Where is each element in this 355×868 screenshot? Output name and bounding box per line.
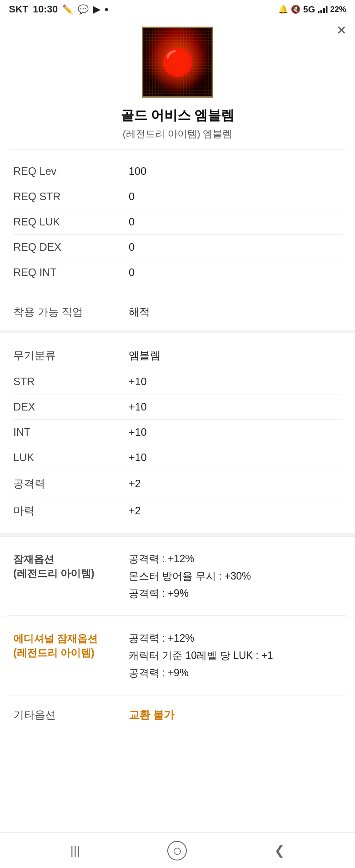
- weapon-stat-value: +2: [129, 505, 141, 517]
- weapon-stat-value: +10: [129, 401, 147, 413]
- additional-potential-sublabel: (레전드리 아이템): [13, 646, 129, 660]
- usable-job-value: 해적: [129, 305, 150, 319]
- potential-label-area: 잠재옵션 (레전드리 아이템): [13, 552, 129, 580]
- time-label: 10:30: [33, 4, 58, 15]
- req-value: 100: [129, 165, 146, 178]
- status-left: SKT 10:30 ✏️ 💬 ▶ ●: [9, 4, 109, 15]
- item-image: [142, 27, 213, 98]
- nav-back-icon[interactable]: ❮: [274, 843, 284, 858]
- potential-section: 잠재옵션 (레전드리 아이템) 공격력 : +12%몬스터 방어율 무시 : +…: [0, 537, 355, 615]
- alarm-icon: 🔔: [278, 4, 288, 14]
- req-value: 0: [129, 266, 134, 279]
- req-row: REQ DEX 0: [13, 235, 342, 260]
- item-image-container: [0, 18, 355, 102]
- item-subtitle: (레전드리 아이템) 엠블렘: [9, 127, 346, 141]
- potential-value-item: 몬스터 방어율 무시 : +30%: [129, 569, 251, 583]
- nav-menu-icon[interactable]: |||: [71, 844, 80, 858]
- weapon-stat-row: LUK +10: [13, 445, 342, 470]
- potential-sublabel: (레전드리 아이템): [13, 566, 129, 580]
- weapon-stat-label: 무기분류: [13, 348, 129, 363]
- item-pixel-art: [143, 28, 212, 96]
- nav-home-icon[interactable]: ○: [167, 841, 187, 860]
- potential-value-item: 공격력 : +9%: [129, 587, 251, 600]
- weapon-stat-row: 무기분류 엠블렘: [13, 342, 342, 369]
- nav-bar: ||| ○ ❮: [0, 832, 355, 868]
- req-label: REQ Lev: [13, 165, 129, 178]
- req-value: 0: [129, 216, 134, 228]
- req-label: REQ DEX: [13, 241, 129, 253]
- video-icon: ▶: [93, 4, 100, 15]
- additional-potential-section: 에디셔널 잠재옵션 (레전드리 아이템) 공격력 : +12%캐릭터 기준 10…: [0, 616, 355, 695]
- signal-bars: [318, 5, 327, 13]
- other-options-label: 기타옵션: [13, 708, 129, 722]
- req-value: 0: [129, 241, 134, 253]
- section-divider-2: [0, 533, 355, 537]
- req-value: 0: [129, 190, 134, 203]
- weapon-stat-row: INT +10: [13, 420, 342, 445]
- close-button[interactable]: ×: [337, 22, 346, 38]
- other-options-section: 기타옵션 교환 불가: [0, 695, 355, 734]
- battery-label: 22%: [330, 5, 346, 14]
- req-label: REQ INT: [13, 266, 129, 279]
- potential-value-item: 공격력 : +12%: [129, 552, 251, 566]
- section-divider-1: [0, 330, 355, 333]
- signal-label: 5G: [303, 4, 315, 15]
- weapon-stat-row: DEX +10: [13, 395, 342, 420]
- status-bar: SKT 10:30 ✏️ 💬 ▶ ● 🔔 🔇 5G 22%: [0, 0, 355, 18]
- usable-job-section: 착용 가능 직업 해적: [0, 294, 355, 330]
- weapon-stat-label: DEX: [13, 401, 129, 413]
- mute-icon: 🔇: [291, 4, 300, 14]
- req-label: REQ STR: [13, 190, 129, 203]
- req-row: REQ LUK 0: [13, 209, 342, 235]
- weapon-stat-row: 마력 +2: [13, 497, 342, 524]
- req-row: REQ STR 0: [13, 184, 342, 209]
- other-options-value: 교환 불가: [129, 708, 174, 722]
- chat-icon: 💬: [78, 4, 89, 15]
- weapon-stat-row: STR +10: [13, 369, 342, 395]
- carrier-label: SKT: [9, 4, 28, 15]
- weapon-stat-label: 공격력: [13, 477, 129, 491]
- weapon-stat-value: +10: [129, 426, 147, 438]
- additional-potential-row: 에디셔널 잠재옵션 (레전드리 아이템) 공격력 : +12%캐릭터 기준 10…: [13, 625, 342, 686]
- weapon-stats-section: 무기분류 엠블렘 STR +10 DEX +10 INT +10 LUK +10…: [0, 333, 355, 533]
- status-right: 🔔 🔇 5G 22%: [278, 4, 346, 15]
- weapon-stat-label: LUK: [13, 451, 129, 464]
- usable-job-label: 착용 가능 직업: [13, 305, 129, 319]
- req-label: REQ LUK: [13, 216, 129, 228]
- dot-icon: ●: [104, 5, 109, 13]
- weapon-stat-value: 엠블렘: [129, 348, 161, 363]
- additional-potential-label-area: 에디셔널 잠재옵션 (레전드리 아이템): [13, 631, 129, 660]
- weapon-stat-label: STR: [13, 375, 129, 388]
- requirements-section: REQ Lev 100 REQ STR 0 REQ LUK 0 REQ DEX …: [0, 150, 355, 294]
- usable-job-row: 착용 가능 직업 해적: [13, 299, 342, 325]
- item-title-area: 골드 어비스 엠블렘 (레전드리 아이템) 엠블렘: [0, 102, 355, 150]
- weapon-stat-value: +10: [129, 375, 147, 388]
- additional-potential-value-item: 공격력 : +12%: [129, 631, 273, 645]
- edit-icon: ✏️: [62, 4, 73, 15]
- req-row: REQ Lev 100: [13, 159, 342, 184]
- other-options-row: 기타옵션 교환 불가: [13, 702, 342, 728]
- potential-row: 잠재옵션 (레전드리 아이템) 공격력 : +12%몬스터 방어율 무시 : +…: [13, 546, 342, 607]
- weapon-stat-label: 마력: [13, 504, 129, 518]
- weapon-stat-row: 공격력 +2: [13, 470, 342, 497]
- additional-potential-value-item: 캐릭터 기준 10레벨 당 LUK : +1: [129, 649, 273, 663]
- weapon-stat-value: +10: [129, 451, 147, 464]
- weapon-stat-label: INT: [13, 426, 129, 438]
- req-row: REQ INT 0: [13, 260, 342, 285]
- weapon-stat-value: +2: [129, 477, 141, 490]
- additional-potential-values: 공격력 : +12%캐릭터 기준 10레벨 당 LUK : +1공격력 : +9…: [129, 631, 273, 680]
- potential-values: 공격력 : +12%몬스터 방어율 무시 : +30%공격력 : +9%: [129, 552, 251, 600]
- additional-potential-label: 에디셔널 잠재옵션: [13, 631, 129, 646]
- additional-potential-value-item: 공격력 : +9%: [129, 666, 273, 680]
- potential-label: 잠재옵션: [13, 552, 129, 566]
- item-name: 골드 어비스 엠블렘: [9, 107, 346, 125]
